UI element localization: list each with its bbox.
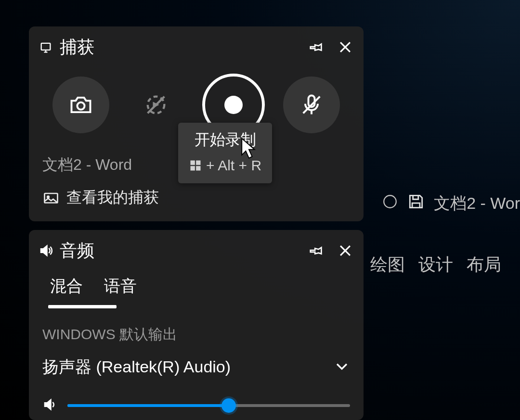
svg-point-6 xyxy=(77,102,84,110)
audio-icon xyxy=(39,243,53,258)
svg-rect-1 xyxy=(41,43,51,50)
audio-title: 音频 xyxy=(60,239,308,263)
svg-point-0 xyxy=(384,195,396,208)
svg-rect-17 xyxy=(196,166,200,170)
audio-close-button[interactable] xyxy=(337,242,354,259)
ribbon-tab-design[interactable]: 设计 xyxy=(418,253,453,277)
volume-icon[interactable] xyxy=(42,397,57,414)
svg-rect-15 xyxy=(196,161,200,165)
volume-slider-thumb[interactable] xyxy=(221,398,236,413)
default-output-label: WINDOWS 默认输出 xyxy=(39,325,354,344)
view-my-captures-link[interactable]: 查看我的捕获 xyxy=(39,187,354,208)
start-record-tooltip: 开始录制 + Alt + R xyxy=(178,123,272,183)
tab-active-underline xyxy=(48,305,117,308)
volume-slider[interactable] xyxy=(67,404,350,407)
screenshot-button[interactable] xyxy=(52,76,109,133)
record-last-button[interactable] xyxy=(128,76,184,133)
svg-rect-16 xyxy=(191,166,195,170)
volume-slider-fill xyxy=(67,404,229,407)
tab-voice[interactable]: 语音 xyxy=(102,272,139,303)
tab-mixer[interactable]: 混合 xyxy=(48,272,85,303)
capture-title: 捕获 xyxy=(60,36,308,59)
audio-panel: 音频 混合 语音 WINDOWS 默认输出 扬声器 (Realtek(R) Au… xyxy=(29,230,364,420)
svg-rect-14 xyxy=(191,161,195,165)
svg-point-13 xyxy=(47,196,49,198)
replay-disabled-icon xyxy=(143,92,169,117)
chevron-down-icon xyxy=(334,358,350,374)
windows-key-icon xyxy=(189,159,202,172)
ribbon-tab-layout[interactable]: 布局 xyxy=(467,253,501,277)
save-icon[interactable] xyxy=(407,192,425,215)
mic-muted-icon xyxy=(299,92,324,117)
background-doc-title: 文档2 - Wor xyxy=(434,192,520,215)
autosave-toggle-icon xyxy=(382,193,398,214)
background-word-ribbon: 文档2 - Wor 绘图 设计 布局 xyxy=(367,192,520,277)
tooltip-shortcut-text: + Alt + R xyxy=(206,157,261,174)
ribbon-tab-draw[interactable]: 绘图 xyxy=(370,253,405,277)
audio-pin-button[interactable] xyxy=(308,242,325,259)
tooltip-title: 开始录制 xyxy=(189,129,261,151)
mic-toggle-button[interactable] xyxy=(283,76,340,133)
record-dot-icon xyxy=(224,96,243,114)
camera-icon xyxy=(68,92,93,117)
pin-button[interactable] xyxy=(308,38,325,56)
gallery-icon xyxy=(42,189,60,206)
close-button[interactable] xyxy=(337,38,354,56)
view-my-captures-label: 查看我的捕获 xyxy=(66,187,159,208)
output-device-name: 扬声器 (Realtek(R) Audio) xyxy=(42,356,231,378)
device-dropdown-toggle[interactable] xyxy=(334,358,350,376)
capture-icon xyxy=(39,40,53,54)
